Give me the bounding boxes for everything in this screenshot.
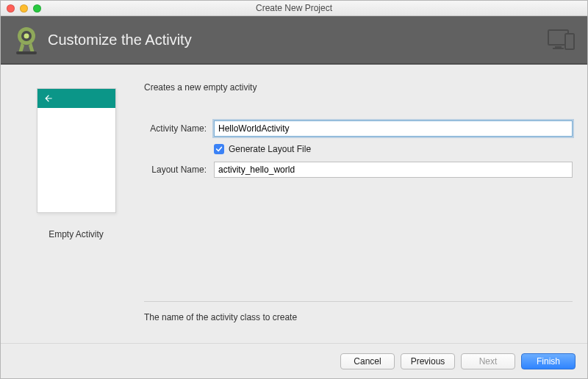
- svg-point-2: [24, 34, 29, 39]
- check-icon: [215, 145, 223, 153]
- activity-name-row: Activity Name:: [144, 120, 573, 137]
- button-bar: Cancel Previous Next Finish: [1, 343, 587, 378]
- layout-name-label: Layout Name:: [144, 165, 214, 175]
- preview-appbar: [37, 89, 115, 108]
- previous-button[interactable]: Previous: [401, 353, 455, 369]
- layout-name-row: Layout Name:: [144, 162, 573, 178]
- android-studio-icon: [14, 25, 39, 54]
- preview-label: Empty Activity: [49, 229, 104, 239]
- generate-layout-checkbox[interactable]: [214, 144, 224, 154]
- arrow-back-icon: [43, 93, 54, 104]
- generate-layout-label: Generate Layout File: [229, 144, 311, 154]
- form-column: Creates a new empty activity Activity Na…: [144, 81, 573, 343]
- activity-preview: [37, 88, 116, 213]
- minimize-icon[interactable]: [20, 4, 28, 12]
- activity-name-label: Activity Name:: [144, 123, 214, 134]
- preview-column: Empty Activity: [15, 81, 137, 343]
- content-area: Empty Activity Creates a new empty activ…: [1, 65, 587, 343]
- window-title: Create New Project: [1, 3, 587, 13]
- zoom-icon[interactable]: [33, 4, 41, 12]
- cancel-button[interactable]: Cancel: [340, 353, 395, 369]
- finish-button[interactable]: Finish: [521, 353, 576, 369]
- svg-rect-5: [555, 46, 562, 48]
- device-preview-icon: [548, 28, 576, 51]
- window-controls: [7, 4, 41, 12]
- close-icon[interactable]: [7, 4, 15, 12]
- generate-layout-row[interactable]: Generate Layout File: [214, 144, 573, 154]
- activity-name-input[interactable]: [214, 120, 573, 137]
- wizard-banner: Customize the Activity: [1, 16, 587, 65]
- help-text: The name of the activity class to create: [144, 302, 573, 343]
- svg-rect-7: [565, 34, 574, 49]
- svg-rect-6: [553, 48, 564, 49]
- svg-rect-3: [16, 51, 37, 54]
- dialog-window: Create New Project Customize the Activit…: [0, 0, 588, 379]
- wizard-heading: Customize the Activity: [48, 32, 192, 48]
- form-description: Creates a new empty activity: [144, 82, 573, 93]
- layout-name-input[interactable]: [214, 162, 573, 178]
- titlebar: Create New Project: [1, 1, 587, 16]
- next-button: Next: [461, 353, 515, 369]
